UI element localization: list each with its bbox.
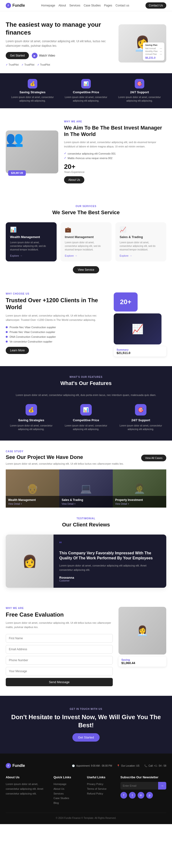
trusted-chart-image: 📈 — [114, 313, 162, 344]
phone-input[interactable] — [6, 656, 113, 664]
features-dark-section: WHAT'S OUR FEATURES What's Our Features … — [0, 366, 172, 440]
case-image-wealth: 👴 Wealth Management View Detail + — [6, 469, 59, 507]
trusted-item-2: Private Nec Vitae Construction supplier — [6, 331, 108, 334]
social-icons: f t in p — [120, 792, 166, 799]
trading-explore-link[interactable]: Explore → — [120, 254, 162, 257]
pinterest-icon[interactable]: p — [146, 792, 153, 799]
footer-logo-icon: F — [6, 763, 11, 768]
send-message-button[interactable]: Send Message — [6, 678, 113, 686]
footer-quick-links-col: Quick Links Homepage About Us Services C… — [54, 775, 82, 806]
badge-2: TrustPilot — [22, 63, 34, 66]
badge-3: TrustPilot — [37, 63, 50, 66]
wealth-detail-link[interactable]: View Detail + — [8, 503, 57, 505]
footer-terms[interactable]: Terms of Service — [87, 787, 116, 792]
newsletter-submit-button[interactable]: → — [158, 782, 166, 789]
nav-case-studies[interactable]: Case Studies — [84, 4, 101, 7]
trading-detail-link[interactable]: View Detail + — [62, 503, 110, 505]
case-label-property: Property Investment View Detail + — [113, 496, 166, 507]
twitter-icon[interactable]: t — [129, 792, 136, 799]
trusted-text: WHY CHOOSE US Trusted Over +1200 Clients… — [6, 292, 108, 354]
play-icon: ▶ — [32, 53, 37, 58]
view-service-button[interactable]: View Service — [73, 266, 99, 273]
logo[interactable]: F Fundle — [6, 3, 25, 8]
footer-refund[interactable]: Refund Policy — [87, 792, 116, 796]
case-image-property: 👩‍💼 Property Investment View Detail + — [113, 469, 166, 507]
footer-useful-links-col: Useful Links Privacy Policy Terms of Ser… — [87, 775, 116, 806]
card-row-2: Monthly Plan — — [145, 50, 162, 53]
testimonial-content: " This Company Very Favorably Impressed … — [54, 534, 166, 588]
trusted-section: WHY CHOOSE US Trusted Over +1200 Clients… — [0, 283, 172, 366]
footer-privacy-policy[interactable]: Privacy Policy — [87, 782, 116, 787]
learn-more-button[interactable]: Learn More — [6, 347, 29, 354]
message-input[interactable] — [6, 667, 113, 676]
wealth-icon: 📊 — [10, 226, 52, 233]
get-started-button[interactable]: Get Started — [6, 52, 29, 59]
testimonial-card: 👩 " This Company Very Favorably Impresse… — [6, 534, 166, 588]
contact-us-button[interactable]: Contact Us — [145, 2, 166, 8]
nav-pages[interactable]: Pages — [104, 4, 112, 7]
footer-link-case-studies[interactable]: Case Studies — [54, 796, 82, 801]
saving-box-icon: 💰 — [26, 404, 37, 415]
footer-link-blog[interactable]: Blog — [54, 801, 82, 806]
footer-copyright: © 2024 Fundle Finance © Template. All Ri… — [6, 813, 166, 819]
about-image: 👥 $28,897.09 — [6, 130, 58, 174]
dot-icon — [6, 336, 8, 338]
nav-about[interactable]: About — [59, 4, 66, 7]
support-box-icon: 🎯 — [135, 404, 146, 415]
footer-info-items: 🕐 Appointment: 9:00 AM - 06:00 PM 📍 Our … — [72, 765, 166, 767]
linkedin-icon[interactable]: in — [138, 792, 144, 799]
hero-title: The easiest way to manage your finances — [6, 21, 114, 36]
footer-newsletter-col: Subscribe Our Newsletter → f t in p — [120, 775, 166, 806]
feature-support: 🎯 24/7 Support Lorem ipsum dolor sit ame… — [113, 79, 166, 102]
footer-link-about[interactable]: About Us — [54, 787, 82, 792]
services-section: OUR SERVICES We Serve The Best Service 📊… — [0, 195, 172, 283]
footer-location: 📍 Our Location: US — [117, 765, 140, 767]
watch-video-button[interactable]: ▶ Watch Video — [32, 53, 55, 58]
case-images-grid: 👴 Wealth Management View Detail + 💻 Sale… — [6, 469, 166, 507]
hero-text: The easiest way to manage your finances … — [6, 21, 114, 66]
contact-image-area: 👩‍💼 Saving $1,060.44 — [118, 607, 166, 667]
cta-get-started-button[interactable]: Get Started — [73, 733, 99, 742]
nav-contact[interactable]: Contact us — [116, 4, 129, 7]
hero-desc: Lorem ipsum dolor sit amet, consectetur … — [6, 39, 114, 48]
trusted-item-3: DNA Construction Construction supplier — [6, 335, 108, 338]
footer-link-services[interactable]: Services — [54, 792, 82, 796]
check-2: Mattis rhoncus urna neque viverra 002 — [64, 156, 166, 160]
hero-section: The easiest way to manage your finances … — [0, 11, 172, 73]
property-detail-link[interactable]: View Detail + — [115, 503, 164, 505]
trusted-image-area: 20+ 📈 Summary $21,511.0 — [114, 292, 166, 356]
about-btn[interactable]: About Us — [64, 176, 84, 183]
trusted-item-1: Provide Nec Vitae Construction supplier — [6, 326, 108, 329]
testimonial-section: TESTIMONIAL Our Client Reviews 👩 " This … — [0, 507, 172, 597]
view-all-cases-button[interactable]: View All Cases — [141, 455, 166, 461]
facebook-icon[interactable]: f — [120, 792, 127, 799]
invest-explore-link[interactable]: Explore → — [65, 254, 107, 257]
logo-icon: F — [6, 3, 11, 8]
wealth-explore-link[interactable]: Explore → — [10, 254, 52, 257]
features-bar: 💰 Saving Strategies Lorem ipsum dolor si… — [0, 73, 172, 108]
feature-competitive-price: 📊 Competitive Price Lorem ipsum dolor si… — [59, 79, 113, 102]
nav-services[interactable]: Services — [69, 4, 80, 7]
trading-icon: 📈 — [120, 226, 162, 233]
footer-call: 📞 Call: +1 - 54 - 58 — [144, 765, 166, 767]
support-icon: 🎯 — [135, 79, 144, 89]
contact-section: WHY WE ARE Free Case Evaluation Lorem ip… — [0, 597, 172, 696]
newsletter-input[interactable] — [120, 782, 158, 789]
footer-link-homepage[interactable]: Homepage — [54, 782, 82, 787]
footer-appointment: 🕐 Appointment: 9:00 AM - 06:00 PM — [72, 765, 112, 767]
footer: F Fundle 🕐 Appointment: 9:00 AM - 06:00 … — [0, 753, 172, 824]
footer-grid: About Us Lorem ipsum dolor sit amet, con… — [6, 775, 166, 806]
footer-logo[interactable]: F Fundle — [6, 763, 25, 768]
saving-strategies-icon: 💰 — [28, 79, 37, 89]
email-input[interactable] — [6, 645, 113, 654]
about-text: WHY WE ARE We Aim To Be The Best Invest … — [64, 120, 166, 183]
nav-homepage[interactable]: Homepage — [41, 4, 55, 7]
cta-title: Don't Hesitate to Invest Now, We Will Gi… — [6, 713, 166, 730]
feature-box-support: 🎯 24/7 Support Lorem ipsum dolor sit ame… — [115, 404, 166, 431]
first-name-input[interactable] — [6, 634, 113, 643]
service-trading: 📈 Sales & Trading Lorem ipsum dolor sit … — [115, 222, 166, 261]
contact-text: WHY WE ARE Free Case Evaluation Lorem ip… — [6, 607, 113, 686]
trusted-summary-card: Summary $21,511.0 — [114, 346, 166, 356]
feature-box-price: 📊 Competitive Price Lorem ipsum dolor si… — [60, 404, 111, 431]
price-box-icon: 📊 — [80, 404, 92, 415]
